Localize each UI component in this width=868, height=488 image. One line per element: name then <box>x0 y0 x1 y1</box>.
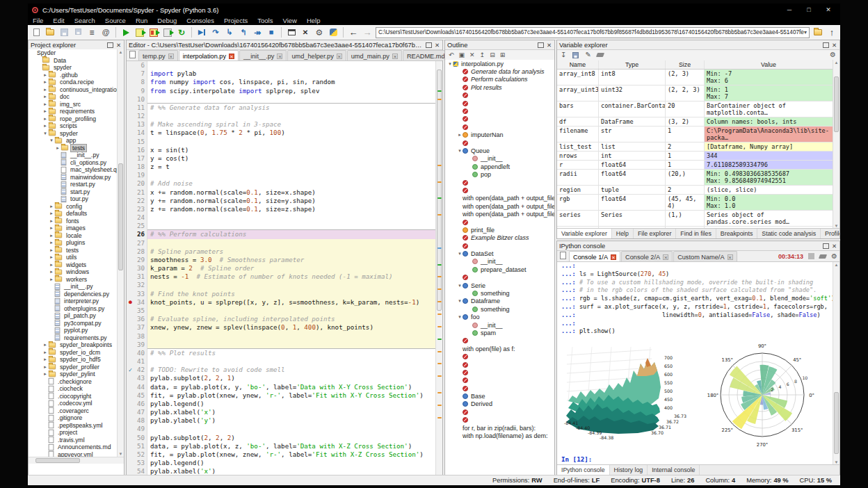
code-line-31[interactable]: 31nests = -1 # Estimate of number of kno… <box>127 273 435 281</box>
code-editor[interactable]: 67import pylab8from numpy import cos, li… <box>127 61 435 475</box>
project-tree-item[interactable]: restart.py <box>29 181 117 188</box>
code-line-32[interactable]: 32 <box>127 281 435 289</box>
outline-item[interactable]: Example Bitzer class <box>445 234 554 242</box>
editor-tab--init-py[interactable]: __init__.py✕ <box>239 50 287 60</box>
project-tree-item[interactable]: Data <box>29 57 117 65</box>
run-selection-button[interactable] <box>162 27 173 38</box>
outline-item[interactable] <box>445 115 554 123</box>
code-line-15[interactable]: 15 <box>127 138 435 146</box>
code-line-42[interactable]: ✓42# TODO: Rewrite to avoid code smell <box>127 366 435 374</box>
code-line-45[interactable]: 45fit, = pylab.plot(xnew, ynew, 'r-', la… <box>127 391 435 400</box>
save-button[interactable] <box>58 27 70 38</box>
table-row[interactable]: nrowsint1344 <box>557 152 833 161</box>
code-line-43[interactable]: 43pylab.subplot(2, 2, 1) <box>127 374 435 382</box>
outline-item[interactable]: with np.load(filename) as dem: <box>445 432 554 439</box>
save-data-icon[interactable] <box>572 52 579 58</box>
outline-item[interactable]: something <box>445 305 554 313</box>
code-line-46[interactable]: 46pylab.legend() <box>127 400 435 408</box>
table-row[interactable]: dfDataFrame(3, 2)Column names: bools, in… <box>557 117 833 127</box>
project-tree-item[interactable]: ▸config <box>29 203 117 211</box>
outline-item[interactable] <box>445 384 554 392</box>
file-switcher-button[interactable]: ≡ <box>86 27 97 38</box>
show-all-files-icon[interactable]: ▣ <box>459 52 465 58</box>
outline-item[interactable]: prepare_dataset <box>445 266 554 273</box>
close-tab-icon[interactable]: ✕ <box>337 54 342 59</box>
pane-tab-ipython-console[interactable]: IPython console <box>557 464 610 475</box>
symbol-finder-button[interactable]: @ <box>100 27 111 38</box>
column-header-size[interactable]: Size <box>666 60 705 69</box>
console-tab-console-1-a[interactable]: Console 1/A✕ <box>569 251 620 261</box>
browse-tabs-icon[interactable] <box>560 252 566 261</box>
stop-button[interactable]: ■ <box>266 27 277 38</box>
close-pane-icon[interactable]: ✕ <box>832 243 837 250</box>
outline-item[interactable]: ▾Serie <box>445 282 554 289</box>
close-button[interactable]: ✕ <box>821 6 836 13</box>
table-row[interactable]: array_uint32uint32(2, 2, 3)Min: 1 Max: 7 <box>557 86 833 101</box>
close-tab-icon[interactable]: ✕ <box>229 54 234 59</box>
outline-item[interactable] <box>445 352 554 360</box>
menu-edit[interactable]: Edit <box>48 17 69 24</box>
project-tree-item[interactable]: ▾app <box>29 137 117 145</box>
project-tree-item[interactable]: ▸continuous_integration <box>29 86 117 94</box>
outline-item[interactable]: ▸imputerNan <box>445 131 554 139</box>
outline-item[interactable]: print_file <box>445 226 554 234</box>
menu-projects[interactable]: Projects <box>219 17 252 24</box>
project-tree-item[interactable]: .pep8speaks.yml <box>29 422 117 430</box>
tools-button[interactable]: ⚙ <box>314 27 325 38</box>
back-button[interactable]: ← <box>348 27 359 38</box>
browse-directory-button[interactable] <box>812 27 823 38</box>
editor-tab-umd-helper-py[interactable]: umd_helper.py✕ <box>287 50 346 60</box>
undock-icon[interactable] <box>823 243 829 249</box>
outline-item[interactable]: with open(file) as f: <box>445 345 554 352</box>
project-tree-item[interactable]: ▸utils <box>29 254 117 261</box>
project-vscrollbar[interactable]: ▲ ▼ <box>117 49 124 457</box>
code-line-34[interactable]: ●34knot_points, u = splprep([x, y, z], s… <box>127 298 435 307</box>
project-tree-item[interactable]: ▸workers <box>29 276 117 284</box>
close-tab-icon[interactable]: ✕ <box>277 54 282 59</box>
outline-item[interactable]: __init__ <box>445 155 554 163</box>
fullscreen-icon[interactable]: ✕ <box>469 52 475 58</box>
pane-tab-internal-console[interactable]: Internal console <box>648 465 700 475</box>
rerun-cell-button[interactable]: ↻ <box>176 27 187 38</box>
continue-button[interactable]: ↠ <box>252 27 263 38</box>
code-line-28[interactable]: 28# Spline parameters <box>127 247 435 256</box>
project-hscrollbar[interactable] <box>29 457 124 464</box>
minimize-button[interactable]: ─ <box>782 6 797 13</box>
project-tree-item[interactable]: ▸widgets <box>29 261 117 269</box>
variables-vscrollbar[interactable]: ▲ ▼ <box>833 60 839 229</box>
fullscreen-button[interactable]: ✕ <box>300 27 311 38</box>
forward-button[interactable]: → <box>362 27 373 38</box>
code-line-30[interactable]: 30k_param = 2 # Spline order <box>127 264 435 273</box>
pane-tab-variable-explorer[interactable]: Variable explorer <box>557 228 612 238</box>
outline-item[interactable]: with open(data_path + output_file_n... <box>445 202 554 210</box>
menu-consoles[interactable]: Consoles <box>182 17 219 24</box>
run-button[interactable] <box>120 27 131 38</box>
code-line-33[interactable]: 33# Find the knot points <box>127 290 435 298</box>
step-into-button[interactable]: ↳ <box>224 27 235 38</box>
expand-all-icon[interactable]: ⊞ <box>500 52 506 58</box>
code-line-52[interactable]: 52fit, = pylab.plot(xnew, znew, 'r-', la… <box>127 450 435 459</box>
project-tree-item[interactable]: cli_options.py <box>29 159 117 167</box>
code-line-21[interactable]: 21x += random.normal(scale=0.1, size=x.s… <box>127 188 435 197</box>
project-tree-item[interactable]: ▸spyder_io_hdf5 <box>29 356 117 364</box>
project-tree-item[interactable]: .ciocopyright <box>29 393 117 400</box>
editor-tab-interpolation-py[interactable]: interpolation.py✕ <box>179 50 239 60</box>
menu-run[interactable]: Run <box>131 17 152 24</box>
breakpoint-icon[interactable]: ● <box>127 298 134 307</box>
parent-directory-button[interactable]: ↑ <box>826 27 837 38</box>
code-line-9[interactable]: 9from scipy.interpolate import splprep, … <box>127 87 435 95</box>
console-input-prompt[interactable]: In [12]: <box>557 455 833 463</box>
undock-icon[interactable] <box>107 42 113 48</box>
collapse-all-icon[interactable]: ⊟ <box>490 52 495 58</box>
project-tree-item[interactable]: ▸spyder_breakpoints <box>29 341 117 349</box>
outline-item[interactable]: ▾interpolation.py <box>445 60 554 67</box>
column-header-value[interactable]: Value <box>705 60 833 69</box>
undock-icon[interactable] <box>426 42 432 48</box>
outline-item[interactable]: Derived <box>445 400 554 408</box>
import-data-icon[interactable]: ↧ <box>561 51 566 58</box>
project-tree-item[interactable]: ▸defaults <box>29 210 117 218</box>
save-all-button[interactable] <box>72 27 83 38</box>
editor-scrollbar[interactable] <box>435 61 442 475</box>
project-tree-item[interactable]: ▸spyder_io_dcm <box>29 349 117 357</box>
project-tree-item[interactable]: ▸conda.recipe <box>29 79 117 86</box>
